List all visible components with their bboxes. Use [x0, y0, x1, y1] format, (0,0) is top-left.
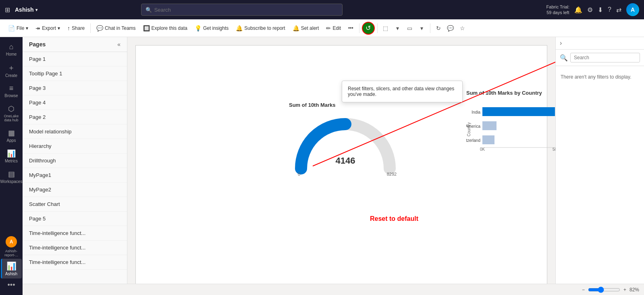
teams-icon: 💬 — [96, 25, 103, 31]
right-panel-search: 🔍 — [556, 50, 644, 66]
app-title[interactable]: Ashish ▾ — [15, 6, 37, 13]
right-panel: › 🔍 There aren't any filters to display. — [555, 37, 644, 295]
comment-button[interactable]: 💬 — [445, 23, 456, 34]
global-search[interactable]: 🔍 — [141, 4, 343, 16]
view-button-1[interactable]: ⬚ — [380, 23, 391, 34]
view-chevron-1[interactable]: ▾ — [392, 23, 403, 34]
view-button-2[interactable]: ▭ — [404, 23, 415, 34]
gauge-svg: 4146 0 8292 — [289, 112, 402, 177]
gauge-title: Sum of 10th Marks — [289, 102, 402, 108]
sidebar-item-metrics[interactable]: 📊 Metrics — [1, 147, 22, 166]
filter-search-input[interactable] — [570, 53, 640, 62]
zoom-plus[interactable]: + — [623, 287, 626, 293]
page-item[interactable]: MyPage2 — [23, 183, 127, 197]
svg-rect-8 — [482, 135, 494, 144]
page-item[interactable]: Page 3 — [23, 81, 127, 96]
svg-text:0K: 0K — [480, 147, 485, 152]
search-input[interactable] — [154, 7, 338, 13]
canvas-area: Sum of 10th Marks 4146 0 8292 Sum of 10t… — [127, 37, 555, 295]
nav-bottom: A Ashish-report-... 📊 Ashish ••• — [1, 235, 22, 292]
apps-icon: ▦ — [8, 129, 15, 137]
chat-teams-button[interactable]: 💬 Chat in Teams — [93, 23, 139, 33]
sidebar-item-onelake[interactable]: ⬡ OneLakedata hub — [1, 102, 22, 125]
top-bar: ⊞ Ashish ▾ 🔍 Fabric Trial: 59 days left … — [0, 0, 644, 19]
workspaces-icon: ▤ — [8, 170, 15, 179]
main-layout: ⌂ Home ＋ Create ≡ Browse ⬡ OneLakedata h… — [0, 37, 644, 295]
page-item[interactable]: Time-intelligence funct... — [23, 241, 127, 255]
subscribe-button[interactable]: 🔔 Subscribe to report — [233, 23, 288, 33]
metrics-icon: 📊 — [7, 149, 16, 158]
page-item[interactable]: Tooltip Page 1 — [23, 66, 127, 81]
svg-rect-4 — [482, 107, 555, 116]
sidebar-item-browse[interactable]: ≡ Browse — [1, 82, 22, 100]
page-item-scatter[interactable]: Scatter Chart — [23, 197, 127, 212]
avatar[interactable]: A — [626, 3, 639, 16]
page-item[interactable]: Page 2 — [23, 110, 127, 125]
fabric-trial: Fabric Trial: 59 days left — [546, 4, 569, 16]
page-item[interactable]: Drillthrough — [23, 154, 127, 168]
canvas-content: Sum of 10th Marks 4146 0 8292 Sum of 10t… — [135, 45, 547, 287]
search-icon: 🔍 — [560, 54, 568, 62]
alert-button[interactable]: 🔔 Set alert — [289, 23, 322, 33]
page-item-model[interactable]: Model relationship — [23, 125, 127, 139]
file-button[interactable]: 📄 File ▾ — [5, 23, 31, 33]
page-item[interactable]: Page 4 — [23, 96, 127, 110]
reset-button-wrapper: ↺ — [362, 22, 375, 35]
zoom-slider[interactable] — [588, 287, 620, 293]
gauge-chart: Sum of 10th Marks 4146 0 8292 — [289, 102, 402, 178]
svg-text:8292: 8292 — [387, 172, 397, 177]
page-item[interactable]: Page 5 — [23, 212, 127, 226]
title-chevron: ▾ — [35, 8, 37, 12]
search-icon: 🔍 — [145, 7, 152, 13]
sidebar-item-home[interactable]: ⌂ Home — [1, 40, 22, 59]
sidebar-item-more[interactable]: ••• — [1, 278, 22, 292]
sidebar-item-workspace-report[interactable]: A Ashish-report-... — [1, 235, 22, 259]
zoom-bar: − + 82% — [23, 284, 644, 295]
view-chevron-2[interactable]: ▾ — [416, 23, 428, 34]
page-item[interactable]: Hierarchy — [23, 139, 127, 154]
browse-icon: ≡ — [9, 84, 14, 93]
svg-text:5K: 5K — [553, 147, 555, 152]
svg-text:4146: 4146 — [336, 156, 355, 166]
more-icon: ••• — [8, 281, 15, 289]
settings-icon[interactable]: ⚙ — [587, 6, 593, 14]
collapse-button[interactable]: « — [117, 41, 120, 48]
export-button[interactable]: ↠ Export ▾ — [32, 23, 63, 33]
svg-text:Switzerland: Switzerland — [466, 138, 480, 143]
right-panel-expand[interactable]: › — [560, 39, 562, 47]
share-icon[interactable]: ⇄ — [616, 6, 621, 14]
separator — [90, 23, 91, 33]
edit-button[interactable]: ✏ Edit — [323, 23, 344, 33]
share-button[interactable]: ↑ Share — [64, 23, 88, 33]
zoom-minus[interactable]: − — [582, 287, 585, 293]
top-bar-right: Fabric Trial: 59 days left 🔔 ⚙ ⬇ ? ⇄ A — [546, 3, 639, 16]
sidebar-item-workspaces[interactable]: ▤ Workspaces — [1, 167, 22, 186]
separator2 — [359, 23, 359, 33]
page-item[interactable]: Time-intelligence funct... — [23, 255, 127, 270]
more-button[interactable]: ••• — [345, 24, 357, 33]
sidebar-item-apps[interactable]: ▦ Apps — [1, 126, 22, 145]
page-item[interactable]: Page 1 — [23, 52, 127, 66]
pages-header: Pages « — [23, 37, 127, 52]
subscribe-icon: 🔔 — [236, 25, 243, 31]
bar-chart: Sum of 10th Marks by Country Country Ind… — [466, 90, 555, 161]
pages-title: Pages — [29, 41, 46, 48]
page-item[interactable]: MyPage1 — [23, 168, 127, 183]
insights-button[interactable]: 💡 Get insights — [191, 23, 232, 33]
pages-panel: Pages « Page 1 Tooltip Page 1 Page 3 Pag… — [23, 37, 127, 295]
sidebar-item-ashish[interactable]: 📊 Ashish — [1, 259, 22, 278]
grid-icon: ⊞ — [5, 6, 10, 14]
explore-button[interactable]: 🔲 Explore this data — [140, 23, 191, 33]
bookmark-button[interactable]: ☆ — [457, 23, 468, 34]
help-icon[interactable]: ? — [608, 6, 611, 13]
notification-icon[interactable]: 🔔 — [574, 6, 582, 14]
reset-to-default-button[interactable]: ↺ — [362, 22, 375, 35]
refresh-button[interactable]: ↻ — [433, 23, 444, 34]
share-icon: ↑ — [67, 25, 70, 31]
sidebar-item-create[interactable]: ＋ Create — [1, 60, 22, 80]
create-icon: ＋ — [8, 63, 15, 73]
page-item[interactable]: Time-intelligence funct... — [23, 226, 127, 241]
download-icon[interactable]: ⬇ — [598, 6, 603, 14]
alert-icon: 🔔 — [293, 25, 299, 31]
onelake-icon: ⬡ — [8, 104, 15, 113]
